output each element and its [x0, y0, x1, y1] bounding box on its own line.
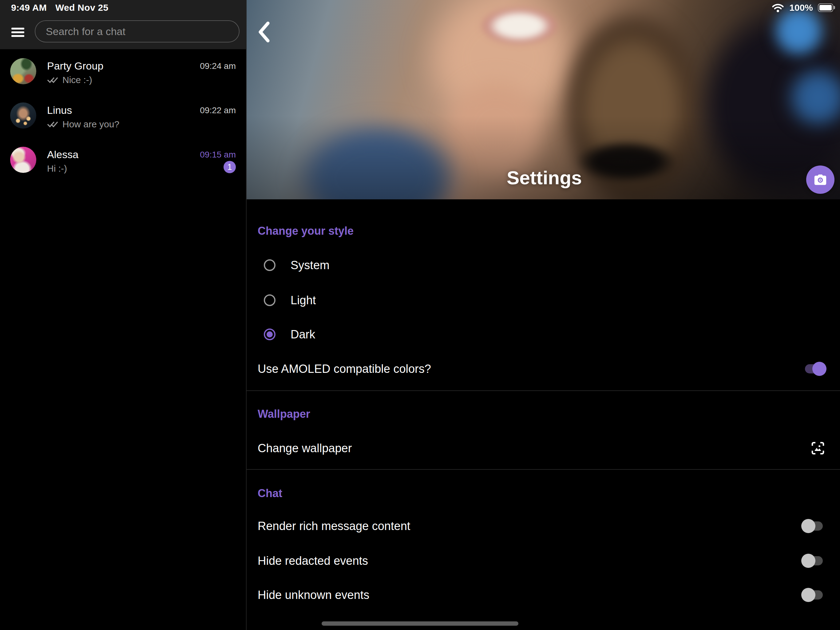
radio-option-light[interactable]: Light [264, 289, 316, 311]
section-divider [246, 469, 840, 470]
radio-unselected-icon[interactable] [264, 294, 275, 306]
chat-timestamp: 09:15 am [200, 150, 236, 160]
battery-full-icon [818, 3, 833, 12]
menu-button[interactable] [11, 28, 24, 37]
avatar [10, 147, 36, 173]
sidebar-header: 9:49 AM Wed Nov 25 Search for a chat [0, 0, 246, 49]
wifi-icon [771, 3, 784, 13]
chat-name: Alessa [47, 149, 78, 161]
render-rich-content-row[interactable]: Render rich message content [257, 514, 825, 538]
avatar [10, 103, 36, 128]
camera-icon [813, 173, 827, 187]
setting-label: Change wallpaper [257, 442, 352, 455]
settings-content: Change your style System Light Dark Use … [246, 199, 840, 630]
chat-name: Party Group [47, 60, 103, 72]
page-title: Settings [507, 167, 582, 188]
back-button[interactable] [254, 20, 274, 44]
radio-option-system[interactable]: System [264, 254, 330, 276]
chat-last-message: Nice :-) [62, 75, 92, 85]
section-divider [246, 390, 840, 391]
radio-label: Light [291, 294, 316, 307]
search-input[interactable]: Search for a chat [35, 20, 240, 43]
hamburger-menu-icon [11, 28, 24, 30]
section-title-style: Change your style [257, 225, 354, 237]
hide-unknown-events-row[interactable]: Hide unknown events [257, 583, 825, 607]
setting-label: Render rich message content [257, 519, 410, 533]
chat-timestamp: 09:22 am [200, 106, 236, 116]
section-title-chat: Chat [257, 487, 282, 500]
chat-list-item-party-group[interactable]: Party Group Nice :-) 09:24 am [0, 51, 246, 91]
double-check-icon [47, 76, 59, 84]
hide-redacted-events-row[interactable]: Hide redacted events [257, 548, 825, 573]
double-check-icon [47, 120, 59, 128]
amoled-toggle[interactable] [802, 362, 825, 376]
settings-panel: Settings 100% [246, 0, 840, 630]
radio-selected-icon[interactable] [264, 329, 275, 340]
radio-label: Dark [291, 328, 315, 341]
status-bar-left: 9:49 AM Wed Nov 25 [11, 2, 109, 13]
setting-label: Use AMOLED compatible colors? [257, 362, 431, 375]
chat-list-item-linus[interactable]: Linus How are you? 09:22 am [0, 96, 246, 136]
setting-label: Hide redacted events [257, 554, 368, 568]
chat-last-message: Hi :-) [47, 163, 67, 174]
chat-timestamp: 09:24 am [200, 61, 236, 71]
chevron-left-icon [254, 20, 274, 44]
screen: 9:49 AM Wed Nov 25 Search for a chat Par… [0, 0, 840, 630]
chat-name: Linus [47, 104, 72, 116]
status-time: 9:49 AM [11, 2, 47, 13]
status-date: Wed Nov 25 [55, 2, 109, 13]
search-placeholder: Search for a chat [46, 25, 125, 38]
home-indicator[interactable] [322, 621, 518, 626]
radio-unselected-icon[interactable] [264, 259, 275, 271]
chat-list-item-alessa[interactable]: Alessa Hi :-) 09:15 am 1 [0, 140, 246, 180]
photo-frame-icon [810, 441, 825, 456]
section-title-wallpaper: Wallpaper [257, 408, 310, 421]
settings-header-image: Settings 100% [246, 0, 840, 199]
unread-count-badge: 1 [224, 161, 236, 173]
change-avatar-camera-button[interactable] [806, 166, 834, 194]
radio-label: System [291, 259, 330, 272]
avatar [10, 58, 36, 84]
render-rich-content-toggle[interactable] [802, 519, 825, 533]
chat-last-message: How are you? [62, 119, 119, 130]
hide-redacted-events-toggle[interactable] [802, 554, 825, 568]
status-bar-right: 100% [771, 2, 833, 13]
setting-label: Hide unknown events [257, 589, 369, 602]
battery-percent: 100% [789, 2, 813, 13]
chat-sidebar: 9:49 AM Wed Nov 25 Search for a chat Par… [0, 0, 246, 630]
chat-list: Party Group Nice :-) 09:24 am Linus [0, 49, 246, 184]
amoled-colors-row[interactable]: Use AMOLED compatible colors? [257, 356, 825, 381]
change-wallpaper-row[interactable]: Change wallpaper [257, 436, 825, 461]
radio-option-dark[interactable]: Dark [264, 323, 315, 345]
hide-unknown-events-toggle[interactable] [802, 588, 825, 602]
